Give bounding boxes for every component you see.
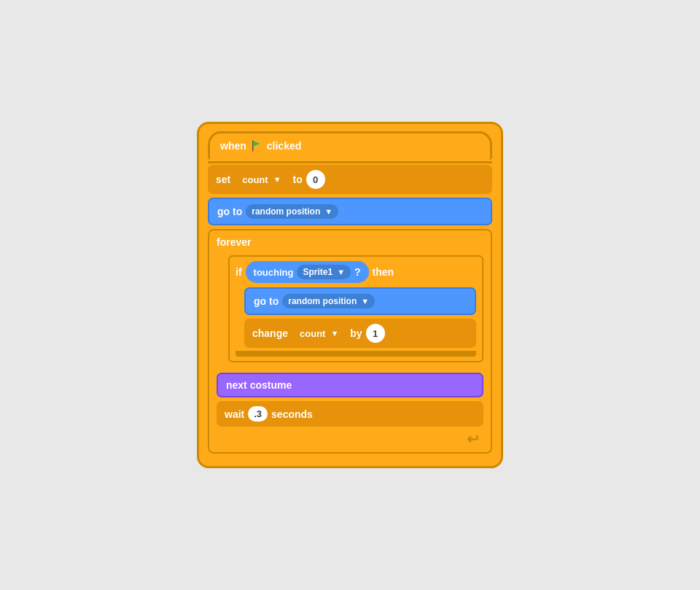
if-label: if (236, 266, 242, 278)
goto1-arrow: ▼ (324, 207, 332, 216)
if-header-row: if touching Sprite1 ▼ ? then (236, 261, 476, 283)
goto1-dropdown[interactable]: random position ▼ (246, 204, 338, 219)
forever-block: forever if touching Sprite1 ▼ ? then (208, 229, 492, 454)
to-label: to (293, 174, 303, 185)
set-block: set count ▼ to 0 (208, 165, 492, 194)
svg-rect-0 (252, 141, 254, 152)
clicked-label: clicked (267, 140, 301, 152)
sprite-dropdown[interactable]: Sprite1 ▼ (297, 265, 351, 279)
if-bottom-cap (236, 351, 476, 357)
next-costume-label: next costume (226, 379, 292, 391)
wait-block: wait .3 seconds (217, 401, 483, 427)
flag-icon (250, 139, 263, 152)
seconds-label: seconds (271, 408, 313, 420)
goto2-arrow: ▼ (361, 297, 369, 306)
touching-label: touching (254, 267, 294, 278)
svg-marker-1 (253, 141, 260, 147)
question-mark: ? (354, 266, 361, 278)
dropdown-arrow: ▼ (273, 175, 281, 184)
goto2-block: go to random position ▼ (244, 287, 476, 315)
touching-condition: touching Sprite1 ▼ ? (246, 261, 369, 283)
goto1-label: go to (217, 206, 242, 217)
repeat-arrow-container: ↩ (217, 430, 483, 448)
forever-label: forever (217, 236, 483, 248)
scratch-program: when clicked set count ▼ to 0 go to rand… (197, 122, 503, 468)
goto2-label: go to (254, 295, 279, 307)
change-value[interactable]: 1 (366, 324, 385, 343)
count-variable-dropdown[interactable]: count ▼ (234, 171, 289, 189)
repeat-arrow: ↩ (467, 431, 479, 447)
change-block: change count ▼ by 1 (244, 319, 476, 348)
goto2-dropdown[interactable]: random position ▼ (282, 294, 375, 308)
hat-block: when clicked (208, 131, 492, 160)
wait-label: wait (225, 408, 244, 420)
when-label: when (220, 140, 246, 152)
next-costume-block: next costume (217, 373, 483, 397)
goto1-block: go to random position ▼ (208, 198, 492, 225)
if-inner: go to random position ▼ change count ▼ (244, 287, 476, 348)
if-block: if touching Sprite1 ▼ ? then (228, 255, 483, 362)
by-label: by (350, 327, 362, 339)
change-arrow: ▼ (330, 329, 338, 338)
change-variable-dropdown[interactable]: count ▼ (292, 325, 346, 343)
change-label: change (252, 327, 288, 339)
set-label: set (216, 174, 230, 185)
then-label: then (373, 266, 394, 278)
wait-value[interactable]: .3 (248, 406, 268, 422)
sprite-arrow: ▼ (337, 268, 345, 276)
set-value[interactable]: 0 (306, 170, 325, 189)
